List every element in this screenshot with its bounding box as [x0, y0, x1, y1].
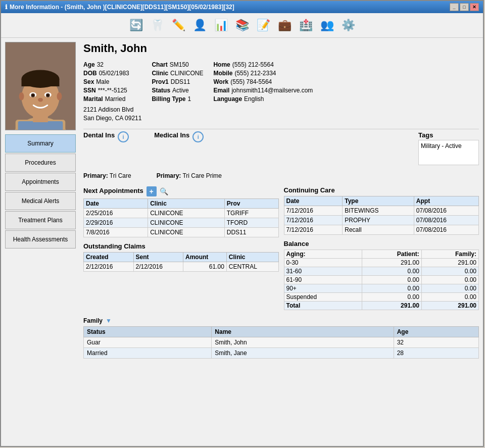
medical-ins-block: Medical Ins i	[154, 131, 204, 142]
table-row[interactable]: 2/12/20162/12/201661.00CENTRAL	[84, 262, 279, 272]
left-panel: Summary Procedures Appointments Medical …	[5, 42, 78, 443]
claim-col-sent: Sent	[133, 253, 183, 262]
medical-icon[interactable]: 🏥	[297, 16, 315, 34]
chart-icon[interactable]: 📊	[212, 16, 230, 34]
table-row[interactable]: GuarSmith, John32	[84, 337, 479, 348]
continuing-care-table: Date Type Appt 7/12/2016BITEWINGS07/08/2…	[284, 196, 479, 235]
nav-appointments[interactable]: Appointments	[5, 173, 76, 191]
tooth-icon[interactable]: 🦷	[148, 16, 166, 34]
family-col-age: Age	[394, 327, 478, 337]
svg-point-16	[57, 92, 62, 101]
family-col-name: Name	[212, 327, 394, 337]
title-bar: ℹ More Information - (Smith, John )[CLIN…	[1, 1, 483, 13]
patient-photo	[5, 42, 76, 130]
info-col-1: Age 32 DOB 05/02/1983 Sex Male SSN ***-*…	[83, 61, 141, 122]
right-panel: Smith, John Age 32 DOB 05/02/1983 Sex	[83, 42, 479, 443]
svg-point-14	[38, 98, 43, 102]
svg-rect-3	[18, 121, 63, 130]
appt-col-date: Date	[84, 199, 148, 209]
user-icon[interactable]: 👤	[190, 16, 209, 34]
table-row: 90+0.000.00	[284, 284, 479, 293]
balance-patient-label: Patient:	[362, 250, 422, 259]
bag-icon[interactable]: 💼	[275, 16, 294, 34]
info-status-row: Status Active	[152, 87, 203, 94]
balance-section: Balance Aging: Patient: Family: 0-30291.	[284, 240, 479, 310]
appt-col-prov: Prov	[224, 199, 278, 209]
address1: 2121 Addison Blvd	[83, 106, 141, 113]
minimize-button[interactable]: _	[450, 3, 459, 11]
table-row[interactable]: 2/25/2016CLINICONETGRIFF	[84, 209, 279, 218]
info-home-row: Home (555) 212-5564	[213, 61, 313, 68]
table-row[interactable]: 7/12/2016BITEWINGS07/08/2016	[284, 206, 479, 216]
care-balance-col: Continuing Care Date Type Appt 7/12/2016…	[284, 186, 479, 310]
appointments-claims-col: Next Appointments + 🔍 Date Clinic Prov	[83, 186, 279, 310]
nav-summary[interactable]: Summary	[5, 134, 76, 153]
add-user-icon[interactable]: 👥	[318, 16, 336, 34]
svg-point-13	[47, 94, 49, 96]
maximize-button[interactable]: □	[460, 3, 469, 11]
table-row[interactable]: 7/12/2016PROPHY07/08/2016	[284, 216, 479, 225]
table-row: Suspended0.000.00	[284, 293, 479, 302]
info-col-3: Home (555) 212-5564 Mobile (555) 212-233…	[213, 61, 313, 122]
svg-point-15	[19, 92, 24, 101]
cc-col-type: Type	[343, 196, 414, 206]
info-mobile-row: Mobile (555) 212-2334	[213, 70, 313, 77]
dental-primary: Primary: Tri Care	[83, 172, 131, 179]
search-appointment-icon[interactable]: 🔍	[160, 187, 168, 195]
nav-procedures[interactable]: Procedures	[5, 154, 76, 172]
claim-col-amount: Amount	[183, 253, 227, 262]
table-row: 31-600.000.00	[284, 267, 479, 276]
dental-ins-badge[interactable]: i	[118, 131, 129, 142]
appointments-table: Date Clinic Prov 2/25/2016CLINICONETGRIF…	[83, 198, 279, 237]
claims-table: Created Sent Amount Clinic 2/12/20162/12…	[83, 252, 279, 272]
cc-col-appt: Appt	[414, 196, 478, 206]
patient-name: Smith, John	[83, 42, 479, 55]
refresh-icon[interactable]: 🔄	[127, 16, 145, 34]
book-icon[interactable]: 📚	[233, 16, 251, 34]
balance-family-label: Family:	[421, 250, 478, 259]
info-marital-row: Marital Married	[83, 95, 141, 103]
claim-col-clinic: Clinic	[226, 253, 278, 262]
nav-medical-alerts[interactable]: Medical Alerts	[5, 192, 76, 210]
settings-icon[interactable]: ⚙️	[339, 16, 357, 34]
info-age-row: Age 32	[83, 61, 141, 68]
table-row[interactable]: 2/29/2016CLINICONETFORD	[84, 218, 279, 228]
add-appointment-button[interactable]: +	[147, 186, 157, 196]
two-col-section: Next Appointments + 🔍 Date Clinic Prov	[83, 186, 479, 310]
info-language-row: Language English	[213, 95, 313, 103]
table-row: 0-30291.00291.00	[284, 259, 479, 267]
table-row[interactable]: 7/8/2016CLINICONEDDS11	[84, 228, 279, 237]
balance-table: Aging: Patient: Family: 0-30291.00291.00…	[284, 250, 479, 310]
table-row[interactable]: MarriedSmith, Jane28	[84, 348, 479, 359]
appt-col-clinic: Clinic	[148, 199, 225, 209]
info-sex-row: Sex Male	[83, 78, 141, 85]
window-icon: ℹ	[5, 4, 8, 11]
nav-treatment-plans[interactable]: Treatment Plans	[5, 211, 76, 229]
tags-section: Tags Military - Active	[418, 131, 479, 165]
family-section: Family ▼ Status Name Age GuarSmith, John…	[83, 317, 479, 359]
medical-ins-badge[interactable]: i	[192, 131, 204, 142]
window-title: More Information - (Smith, John )[CLINIC…	[10, 4, 234, 11]
info-prov1-row: Prov1 DDS11	[152, 78, 203, 85]
tags-box: Military - Active	[418, 140, 479, 165]
outstanding-claims-section: Outstanding Claims Created Sent Amount C…	[83, 242, 279, 272]
table-row: 61-900.000.00	[284, 276, 479, 284]
info-dob-row: DOB 05/02/1983	[83, 70, 141, 77]
toolbar: 🔄 🦷 ✏️ 👤 📊 📚 📝 💼 🏥 👥 ⚙️	[1, 13, 483, 38]
main-window: ℹ More Information - (Smith, John )[CLIN…	[0, 0, 484, 447]
edit-icon[interactable]: ✏️	[169, 16, 187, 34]
balance-aging-label: Aging:	[284, 250, 362, 259]
pencil-icon[interactable]: 📝	[254, 16, 272, 34]
svg-point-12	[32, 94, 34, 96]
info-ssn-row: SSN ***-**-5125	[83, 87, 141, 94]
appt-header-row: Next Appointments + 🔍	[83, 186, 279, 196]
close-button[interactable]: ✕	[470, 3, 479, 11]
family-header: Family ▼	[83, 317, 479, 324]
family-col-status: Status	[84, 327, 212, 337]
info-work-row: Work (555) 784-5564	[213, 78, 313, 85]
info-col-2: Chart SM150 Clinic CLINICONE Prov1 DDS11…	[152, 61, 203, 122]
nav-health-assessments[interactable]: Health Assessments	[5, 230, 76, 248]
table-row[interactable]: 7/12/2016Recall07/08/2016	[284, 225, 479, 235]
svg-rect-7	[22, 79, 60, 86]
family-expand-icon[interactable]: ▼	[106, 317, 112, 324]
